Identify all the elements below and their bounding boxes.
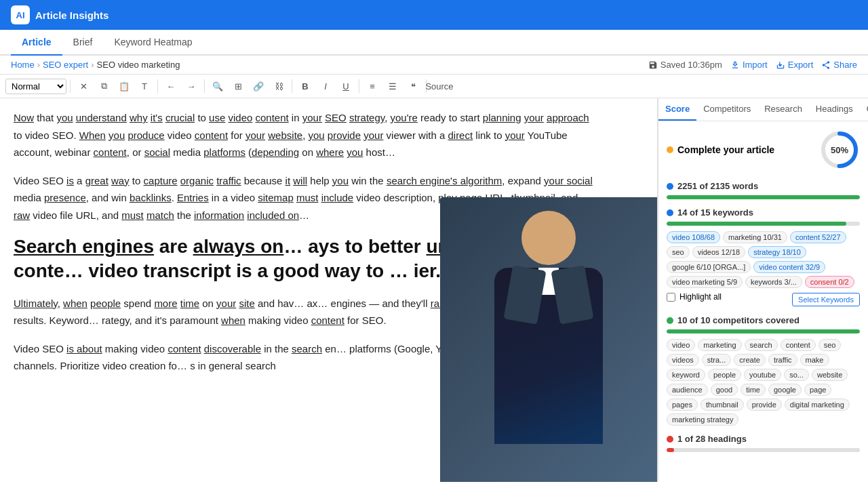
complete-label: Complete your article <box>667 144 774 155</box>
competitors-progress-bg <box>667 329 860 333</box>
format2-btn[interactable]: ⊞ <box>229 77 248 95</box>
export-button[interactable]: Export <box>776 60 814 70</box>
tag-google[interactable]: google 6/10 [ORGA...] <box>667 261 751 273</box>
ctag-search[interactable]: search <box>745 339 778 351</box>
tab-brief[interactable]: Brief <box>62 30 104 56</box>
ctag-digital-marketing[interactable]: digital marketing <box>785 399 850 411</box>
ctag-seo[interactable]: seo <box>818 339 842 351</box>
ctag-website[interactable]: website <box>812 369 848 381</box>
score-tab-research[interactable]: Research <box>757 98 809 121</box>
import-button[interactable]: Import <box>730 60 768 70</box>
ordered-list-btn[interactable]: ≡ <box>363 77 382 95</box>
tag-keywords[interactable]: keywords 3/... <box>745 276 802 288</box>
tag-video[interactable]: video 108/68 <box>667 231 720 243</box>
panel-content: Complete your article 50% 2251 of 2135 w… <box>658 121 868 468</box>
tag-seo[interactable]: seo <box>667 246 690 258</box>
ctag-keyword[interactable]: keyword <box>667 369 705 381</box>
ctag-youtube[interactable]: youtube <box>744 369 781 381</box>
ctag-page[interactable]: page <box>804 384 831 396</box>
breadcrumb-current: SEO video marketing <box>97 60 180 70</box>
undo-btn[interactable]: ✕ <box>74 77 93 95</box>
score-tab-competitors[interactable]: Competitors <box>696 98 757 121</box>
ctag-provide[interactable]: provide <box>747 399 782 411</box>
copy-btn[interactable]: ⧉ <box>94 77 113 95</box>
ctag-people[interactable]: people <box>708 369 741 381</box>
select-keywords-btn[interactable]: Select Keywords <box>792 293 860 306</box>
words-dot <box>667 183 673 190</box>
tab-article[interactable]: Article <box>11 30 62 56</box>
words-section: 2251 of 2135 words <box>667 181 860 199</box>
tag-consent[interactable]: consent 0/2 <box>805 276 854 288</box>
ctag-google[interactable]: google <box>768 384 802 396</box>
tag-video-marketing[interactable]: video marketing 5/9 <box>667 276 743 288</box>
header-actions: Saved 10:36pm Import Export Share <box>648 60 857 70</box>
breadcrumb-row: Home › SEO expert › SEO video marketing … <box>0 56 868 75</box>
keywords-dot <box>667 209 673 216</box>
ctag-content[interactable]: content <box>781 339 816 351</box>
highlight-all-label: Highlight all <box>679 292 722 302</box>
tag-content[interactable]: content 52/27 <box>790 231 846 243</box>
highlight-all-checkbox[interactable] <box>667 293 675 302</box>
ctag-thumbnail[interactable]: thumbnail <box>701 399 744 411</box>
ctag-make[interactable]: make <box>800 354 829 366</box>
tag-videos[interactable]: videos 12/18 <box>692 246 745 258</box>
tag-marketing[interactable]: marketing 10/31 <box>723 231 787 243</box>
unlink-btn[interactable]: ⛓ <box>269 77 288 95</box>
breadcrumb: Home › SEO expert › SEO video marketing <box>11 60 180 70</box>
headings-label: 1 of 28 headings <box>677 434 747 444</box>
ctag-marketing[interactable]: marketing <box>698 339 741 351</box>
ctag-pages[interactable]: pages <box>667 399 698 411</box>
underline-btn[interactable]: U <box>336 77 355 95</box>
ctag-videos[interactable]: videos <box>667 354 699 366</box>
ctag-audience[interactable]: audience <box>667 384 708 396</box>
words-progress-bg <box>667 195 860 199</box>
app-logo: AI Article Insights <box>11 5 108 24</box>
quote-btn[interactable]: ❝ <box>403 77 422 95</box>
ctag-so[interactable]: so... <box>784 369 809 381</box>
keywords-section: 14 of 15 keywords video 108/68 marketing… <box>667 207 860 307</box>
words-progress-fill <box>667 195 860 199</box>
score-tab-questions[interactable]: Questions <box>860 98 868 121</box>
ctag-time[interactable]: time <box>741 384 766 396</box>
bold-btn[interactable]: B <box>296 77 315 95</box>
arrow-right-btn[interactable]: → <box>182 77 201 95</box>
score-tab-score[interactable]: Score <box>658 98 696 121</box>
search-btn[interactable]: 🔍 <box>208 77 227 95</box>
keywords-progress-bg <box>667 222 860 226</box>
tab-keyword-heatmap[interactable]: Keyword Heatmap <box>103 30 203 56</box>
share-button[interactable]: Share <box>821 60 857 70</box>
breadcrumb-home[interactable]: Home <box>11 60 35 70</box>
score-tab-headings[interactable]: Headings <box>809 98 860 121</box>
ctag-video[interactable]: video <box>667 339 695 351</box>
unordered-list-btn[interactable]: ☰ <box>383 77 402 95</box>
italic-btn[interactable]: I <box>316 77 335 95</box>
ctag-good[interactable]: good <box>711 384 738 396</box>
keywords-label: 14 of 15 keywords <box>677 207 753 218</box>
arrow-left-btn[interactable]: ← <box>161 77 180 95</box>
video-overlay <box>440 197 657 482</box>
editor-area[interactable]: Now that you understand why it's crucial… <box>0 98 658 482</box>
saved-status: Saved 10:36pm <box>648 60 722 70</box>
paste-text-btn[interactable]: T <box>135 77 154 95</box>
main-nav: Article Brief Keyword Heatmap <box>0 30 868 56</box>
format-select[interactable]: Normal Heading 1 Heading 2 <box>5 79 66 94</box>
tag-strategy[interactable]: strategy 18/10 <box>748 246 806 258</box>
ctag-create[interactable]: create <box>734 354 766 366</box>
ctag-marketing-strategy[interactable]: marketing strategy <box>667 413 738 426</box>
tag-video-content[interactable]: video content 32/9 <box>753 261 825 273</box>
headings-progress-fill <box>667 448 674 452</box>
ctag-traffic[interactable]: traffic <box>768 354 797 366</box>
circle-progress: 50% <box>819 129 860 170</box>
source-btn[interactable]: Source <box>430 77 449 95</box>
ctag-stra[interactable]: stra... <box>702 354 732 366</box>
competitors-dot <box>667 317 673 324</box>
status-dot <box>667 146 673 153</box>
circle-percent-label: 50% <box>831 145 848 155</box>
highlight-row: Highlight all <box>667 292 722 302</box>
main-layout: Now that you understand why it's crucial… <box>0 98 868 482</box>
complete-section: Complete your article 50% <box>667 129 860 170</box>
headings-dot <box>667 436 673 443</box>
breadcrumb-seo-expert[interactable]: SEO expert <box>43 60 88 70</box>
paste-btn[interactable]: 📋 <box>115 77 134 95</box>
link-btn[interactable]: 🔗 <box>249 77 268 95</box>
